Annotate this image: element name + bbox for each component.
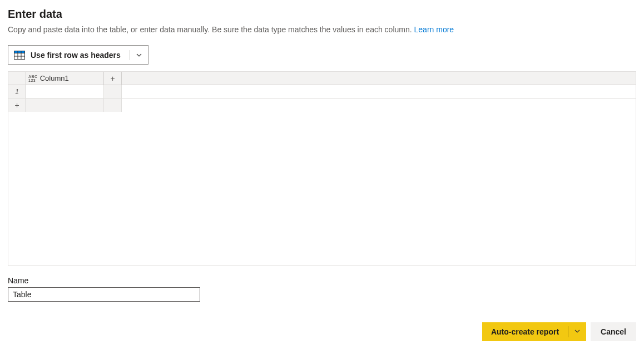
cancel-button[interactable]: Cancel	[591, 322, 636, 341]
button-separator	[130, 50, 130, 60]
use-first-row-label: Use first row as headers	[31, 51, 121, 60]
cell-filler	[104, 85, 122, 98]
svg-rect-1	[14, 51, 25, 53]
row-number-cell: 1	[8, 85, 26, 98]
page-title: Enter data	[8, 8, 636, 21]
header-filler	[122, 72, 636, 85]
column-type-icon: ABC 123	[28, 75, 38, 82]
page-description: Copy and paste data into the table, or e…	[8, 25, 636, 34]
add-column-button[interactable]: +	[104, 72, 122, 85]
name-label: Name	[8, 276, 636, 285]
column-header[interactable]: ABC 123 Column1	[26, 72, 104, 85]
auto-create-report-button[interactable]: Auto-create report	[482, 322, 586, 341]
chevron-down-icon	[574, 328, 581, 336]
data-grid: ABC 123 Column1 + 1 +	[8, 71, 636, 266]
add-row-button[interactable]: +	[8, 99, 26, 112]
chevron-down-icon[interactable]	[136, 52, 142, 58]
grid-row: 1	[8, 85, 636, 99]
primary-button-dropdown[interactable]	[568, 328, 586, 336]
column-name: Column1	[40, 74, 69, 82]
primary-button-label: Auto-create report	[482, 327, 568, 336]
use-first-row-as-headers-button[interactable]: Use first row as headers	[8, 45, 148, 65]
grid-corner-cell	[8, 72, 26, 85]
data-cell[interactable]	[26, 85, 104, 98]
learn-more-link[interactable]: Learn more	[414, 25, 454, 34]
table-icon	[14, 51, 25, 60]
add-row-row: +	[8, 99, 636, 112]
description-text: Copy and paste data into the table, or e…	[8, 25, 412, 34]
grid-header-row: ABC 123 Column1 +	[8, 72, 636, 85]
add-row-filler	[26, 99, 104, 112]
name-input[interactable]	[8, 287, 200, 302]
footer-buttons: Auto-create report Cancel	[482, 322, 636, 341]
name-section: Name	[8, 276, 636, 302]
add-row-trail	[104, 99, 122, 112]
